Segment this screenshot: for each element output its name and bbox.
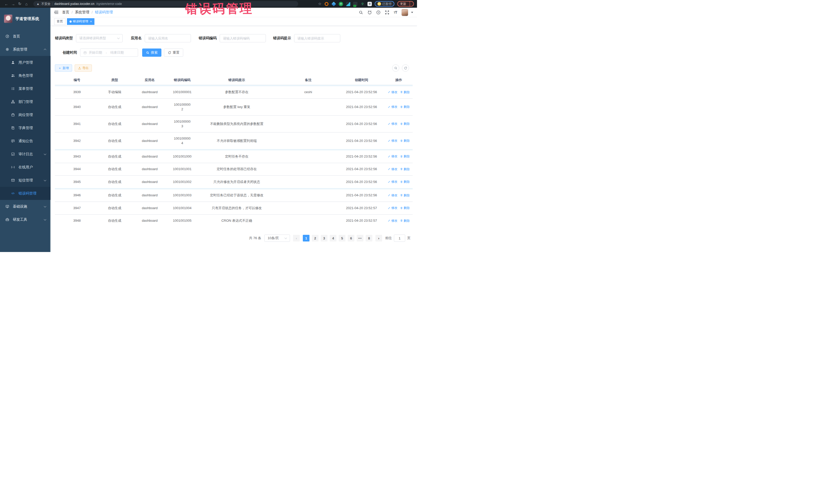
edit-link[interactable]: 修改 [388,105,397,109]
user-avatar[interactable] [401,9,408,16]
reset-button[interactable]: 重置 [164,48,183,57]
extension-v-icon[interactable]: V [339,2,343,6]
close-icon[interactable]: × [90,20,92,23]
search-icon[interactable] [359,10,363,15]
delete-link[interactable]: 删除 [400,193,410,198]
sidebar-item-12[interactable]: 错误码管理 [0,187,50,200]
export-button[interactable]: 导出 [75,64,92,72]
github-icon[interactable] [368,10,372,15]
error-code-input[interactable] [220,34,266,42]
users-icon [11,74,15,78]
browser-update-button[interactable]: 更新 ⋮⋮ [397,1,414,7]
sidebar-item-13[interactable]: 基础设施 [0,200,50,213]
page-button-1[interactable]: 1 [303,235,309,241]
tab-home[interactable]: 首页 [54,18,65,25]
font-size-icon[interactable]: TT [394,10,397,14]
extension-switch-icon[interactable]: on [353,2,357,6]
browser-reload-button[interactable]: ↻ [17,1,23,7]
browser-back-button[interactable]: ← [3,1,10,7]
cell-time: 2021-04-20 23:52:56 [338,190,385,202]
extension-key-icon[interactable]: ⚲ [360,2,365,6]
extension-grid-icon[interactable] [346,2,350,6]
edit-link[interactable]: 修改 [388,138,397,143]
page-size-select[interactable]: 10条/页 [264,235,290,242]
delete-link[interactable]: 删除 [400,179,410,184]
sidebar-item-6[interactable]: 岗位管理 [0,108,50,122]
help-icon[interactable]: ? [376,10,380,15]
error-tip-input[interactable] [294,34,340,42]
sidebar-item-11[interactable]: 短信管理 [0,174,50,187]
breadcrumb-section[interactable]: 系统管理 [75,10,89,15]
edit-link[interactable]: 修改 [388,122,397,126]
page-button-3[interactable]: 3 [321,235,327,241]
browser-forward-button[interactable]: → [10,1,17,7]
next-page-button[interactable]: › [375,235,382,241]
delete-link[interactable]: 删除 [400,205,410,210]
page-button-8[interactable]: 8 [366,235,372,241]
sidebar-item-2[interactable]: 用户管理 [0,56,50,69]
tab-error-code[interactable]: 错误码管理 × [67,18,94,25]
sidebar-item-1[interactable]: 系统管理 [0,43,50,56]
address-bar[interactable]: ▲ 不安全 dashboard.yudao.iocoder.cn /system… [34,1,298,7]
error-type-select[interactable]: 请选择错误码类型 [76,34,123,42]
sidebar-item-5[interactable]: 部门管理 [0,95,50,108]
edit-link[interactable]: 修改 [388,205,397,210]
sidebar-item-3[interactable]: 角色管理 [0,69,50,82]
breadcrumb-home[interactable]: 首页 [62,10,69,15]
cell-remark [279,150,338,163]
sidebar-item-14[interactable]: 研发工具 [0,213,50,226]
sidebar-item-4[interactable]: 菜单管理 [0,82,50,95]
search-button[interactable]: 搜索 [142,48,161,57]
delete-link[interactable]: 删除 [400,105,410,109]
sidebar-item-10[interactable]: 在线用户 [0,161,50,174]
toggle-search-button[interactable] [392,64,399,72]
delete-link[interactable]: 删除 [400,122,410,126]
delete-link[interactable]: 删除 [400,167,410,171]
sidebar-item-8[interactable]: 通知公告 [0,134,50,148]
goto-page-input[interactable] [394,235,405,242]
sidebar-item-0[interactable]: 首页 [0,30,50,43]
table-body: 3939手动编辑dashboard1001000001参数配置不存在ceshi2… [55,85,413,227]
delete-link[interactable]: 删除 [400,218,410,223]
extension-ring-icon[interactable] [324,2,329,6]
extension-gem-icon[interactable] [332,2,336,6]
edit-link[interactable]: 修改 [388,179,397,184]
edit-link[interactable]: 修改 [388,90,397,94]
chevron-down-icon[interactable] [411,12,413,13]
fullscreen-icon[interactable] [385,10,389,15]
cell-ops: 修改删除 [385,163,413,176]
cell-id: 3948 [55,215,99,227]
edit-link[interactable]: 修改 [388,218,397,223]
bookmark-star-icon[interactable]: ☆ [318,2,322,6]
extensions-puzzle-icon[interactable]: ✚ [368,2,372,6]
cell-code: 1001001003 [169,190,195,202]
page-button-4[interactable]: 4 [330,235,336,241]
browser-menu-icon[interactable]: ⋮⋮ [408,1,411,6]
cell-time: 2021-04-20 23:52:56 [338,150,385,163]
app-name-input[interactable] [145,34,191,42]
sidebar-logo[interactable]: 芋道管理系统 [0,8,50,30]
cell-code: 100100000 4 [169,132,195,149]
cell-code: 100100000 2 [169,98,195,115]
edit-link[interactable]: 修改 [388,167,397,171]
edit-link[interactable]: 修改 [388,193,397,198]
download-icon [78,66,81,69]
add-button[interactable]: ＋ 新增 [55,64,72,72]
edit-link[interactable]: 修改 [388,154,397,159]
page-ellipsis[interactable]: ••• [357,235,364,241]
refresh-table-button[interactable] [402,64,409,72]
delete-link[interactable]: 删除 [400,138,410,143]
browser-home-button[interactable]: ⌂ [23,1,30,7]
sidebar-item-9[interactable]: 审计日志 [0,148,50,161]
delete-link[interactable]: 删除 [400,90,410,94]
page-button-2[interactable]: 2 [312,235,319,241]
page-button-5[interactable]: 5 [339,235,345,241]
profile-paused-chip[interactable]: 已暂停 [375,1,394,7]
mail-icon [11,178,15,182]
prev-page-button[interactable]: ‹ [293,235,300,241]
page-button-6[interactable]: 6 [348,235,354,241]
date-range-picker[interactable]: 开始日期 - 结束日期 [80,48,138,57]
hamburger-icon[interactable] [54,10,59,14]
delete-link[interactable]: 删除 [400,154,410,159]
sidebar-item-7[interactable]: 字典管理 [0,122,50,134]
